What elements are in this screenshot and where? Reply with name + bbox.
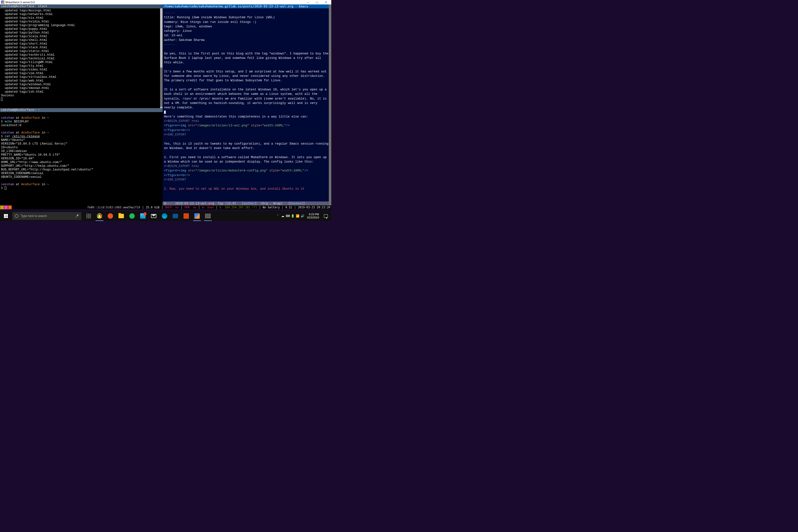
spotify-button[interactable] [127, 211, 137, 221]
ubuntu-button[interactable] [105, 211, 116, 221]
org-begin-export: #+BEGIN_EXPORT html [164, 119, 199, 123]
mobaxterm-icon [1, 0, 4, 4]
chrome-button[interactable] [94, 211, 105, 221]
powershell-icon [173, 214, 178, 218]
messenger-icon [140, 213, 146, 219]
tray-chevron-up-icon[interactable]: ˄ [276, 214, 280, 218]
prompt-host: AceSurface [21, 116, 40, 120]
app-button[interactable] [181, 211, 192, 221]
status-dhcp: DHCP: no [164, 205, 179, 209]
cmd-cat: cat [5, 135, 10, 138]
edge-button[interactable] [159, 211, 170, 221]
mail-button[interactable] [148, 211, 159, 221]
mobaxterm-icon [194, 213, 200, 219]
task-view-icon [87, 214, 91, 218]
prompt-path: ~ [47, 116, 49, 120]
os-release-output: NAME="Ubuntu" VERSION="16.04.5 LTS (Xeni… [1, 138, 162, 179]
emacs-buffer[interactable]: ------ title: Running i3wm inside Window… [163, 8, 331, 202]
paragraph: Yes, this is i3 (with no tweaks to my co… [164, 142, 330, 150]
workspace-3[interactable]: 3 [8, 205, 12, 209]
cmd-echo: echo [5, 120, 12, 124]
mic-icon[interactable]: 🎤 [75, 214, 79, 218]
paragraph: So yes, this is the first post on this b… [164, 52, 330, 64]
emacs-cursor [164, 111, 166, 114]
windows-taskbar: Type here to search 🎤 ˄ ☁ ⌨ 🔋 📶 🔊 8:23 P… [0, 211, 331, 221]
paragraph: It's been a few months with this setup, … [164, 70, 328, 82]
mobaxterm-button[interactable] [192, 211, 203, 221]
status-vpn: VPN: no [184, 205, 197, 209]
emacs-titlebar[interactable]: /home/saksham/code/sakshamsharma.gitlab.… [163, 4, 331, 8]
chrome-icon [97, 213, 102, 219]
cortana-circle-icon [15, 214, 18, 218]
bottom-terminal-title[interactable]: saksham@AceSurface: ~ [0, 108, 163, 112]
paragraph: It is a sort-of software installable on … [164, 88, 328, 109]
emacs-modeline: @--- 2019-03-23-i3-wsl.org Top (15,0) [a… [163, 202, 331, 205]
emacs-pane: /home/saksham/code/sakshamsharma.gitlab.… [163, 4, 331, 209]
messenger-button[interactable] [137, 211, 148, 221]
frontmatter-title: title: Running i3wm inside Windows Subsy… [164, 16, 275, 19]
status-datetime: 2019-03-23 20:23:20 [297, 205, 331, 209]
action-center-button[interactable] [321, 211, 331, 221]
edge-icon [162, 213, 167, 219]
mail-icon [151, 214, 156, 218]
tray-onedrive-icon[interactable]: ☁ [280, 214, 285, 218]
status-ipv6: fe80::1ccd:5c83:c0b5:aee5%wifi0 [86, 205, 141, 209]
spotify-icon [129, 213, 135, 219]
start-button[interactable] [0, 211, 12, 221]
i3-status-bar: 1 2 3 fe80::1ccd:5c83:c0b5:aee5%wifi0| 2… [0, 205, 331, 209]
search-box[interactable]: Type here to search 🎤 [12, 212, 81, 220]
minimize-button[interactable]: — [304, 1, 312, 4]
snipping-tool-button[interactable] [203, 211, 213, 221]
cursor [1, 97, 3, 101]
ubuntu-icon [108, 213, 113, 219]
window-title: MobaXterm X server:0.0 [5, 1, 35, 4]
tray-battery-icon[interactable]: 🔋 [290, 214, 295, 218]
windows-logo-icon [4, 214, 8, 218]
status-disk: 25.6 GiB [145, 205, 160, 209]
status-load: 0.52 [284, 205, 293, 209]
top-terminal-title[interactable]: saksham@AceSurface: stack [0, 4, 163, 8]
search-placeholder: Type here to search [21, 214, 47, 218]
app-icon [184, 213, 189, 219]
workspace-2[interactable]: 2 [4, 205, 8, 209]
task-view-button[interactable] [83, 211, 94, 221]
frontmatter-id: id: i3-wsl [164, 34, 183, 37]
scrollbar-track[interactable] [160, 8, 163, 108]
file-explorer-button[interactable] [116, 211, 127, 221]
scrollbar-thumb[interactable] [160, 68, 163, 107]
notification-icon [324, 214, 328, 218]
status-battery: No battery [262, 205, 281, 209]
status-wifi: W: down [201, 205, 215, 209]
paragraph: Here's something that demonstrates this … [164, 115, 308, 118]
frontmatter-category: category: linux [164, 29, 192, 33]
tray-wifi-icon[interactable]: 📶 [295, 214, 300, 218]
window-titlebar: MobaXterm X server:0.0 — ▢ ✕ [0, 0, 331, 4]
left-column: saksham@AceSurface: stack updated tags/m… [0, 4, 163, 209]
snip-icon [205, 214, 211, 218]
folder-icon [118, 214, 124, 218]
prompt-user: saksham [1, 116, 14, 120]
maximize-button[interactable]: ▢ [312, 1, 321, 4]
clock-date: 3/23/2019 [307, 216, 319, 219]
powershell-button[interactable] [170, 211, 181, 221]
frontmatter-tags: tags: i3wm, linux, windows [164, 25, 212, 28]
i3-workspace: saksham@AceSurface: stack updated tags/m… [0, 4, 331, 209]
tray-keyboard-icon[interactable]: ⌨ [285, 214, 290, 218]
cmd-cat-arg: /etc/os-release [12, 135, 40, 138]
paragraph: 2. Now, you need to set up WSL on your W… [164, 187, 304, 191]
paragraph: 1. First you need to install a software … [164, 156, 328, 164]
bottom-terminal[interactable]: saksham at AceSurface in ~ $ echo $DISPL… [0, 112, 163, 209]
close-button[interactable]: ✕ [321, 1, 330, 4]
taskbar-clock[interactable]: 8:23 PM 3/23/2019 [305, 213, 321, 219]
top-terminal[interactable]: updated tags/musings.html updated tags/n… [0, 8, 163, 108]
org-end-export: #+END_EXPORT [164, 133, 186, 136]
frontmatter-author: author: Saksham Sharma [164, 38, 205, 42]
frontmatter-summary: summary: Nice things can run inside evil… [164, 20, 256, 24]
workspace-1[interactable]: 1 [0, 205, 4, 209]
out-display: localhost:0 [1, 124, 21, 127]
tray-volume-icon[interactable]: 🔊 [300, 214, 305, 218]
cursor [5, 187, 6, 190]
clock-time: 8:23 PM [307, 213, 319, 216]
status-eth: E: 169.254.203.181 (?) [218, 205, 258, 209]
